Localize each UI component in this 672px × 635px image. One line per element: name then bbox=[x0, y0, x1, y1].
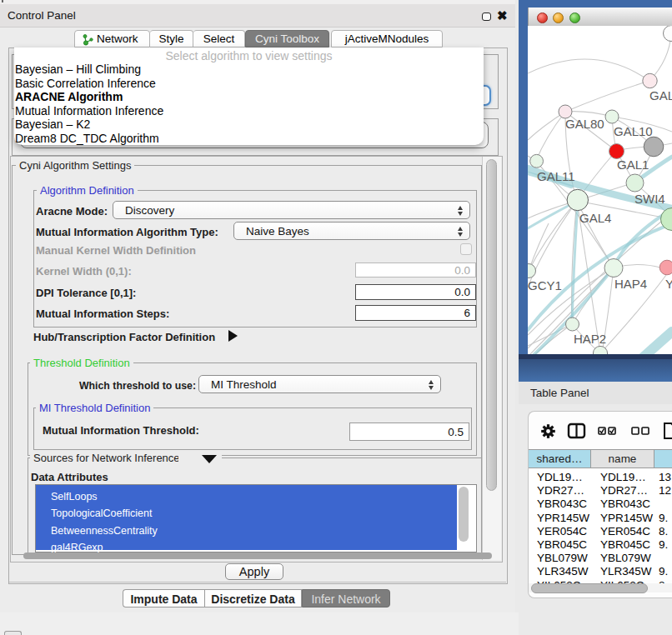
svg-text:GAL10: GAL10 bbox=[614, 124, 653, 138]
svg-text:GAL11: GAL11 bbox=[537, 169, 575, 183]
svg-text:GAL1: GAL1 bbox=[617, 158, 649, 172]
svg-text:HAP2: HAP2 bbox=[574, 332, 606, 346]
svg-text:HAP4: HAP4 bbox=[614, 277, 647, 291]
svg-text:GAL: GAL bbox=[649, 88, 672, 102]
svg-text:GCY1: GCY1 bbox=[528, 278, 562, 292]
svg-text:Y: Y bbox=[665, 277, 672, 291]
svg-text:SWI4: SWI4 bbox=[634, 192, 665, 206]
svg-text:GAL4: GAL4 bbox=[579, 211, 611, 225]
svg-text:GAL80: GAL80 bbox=[565, 117, 604, 131]
